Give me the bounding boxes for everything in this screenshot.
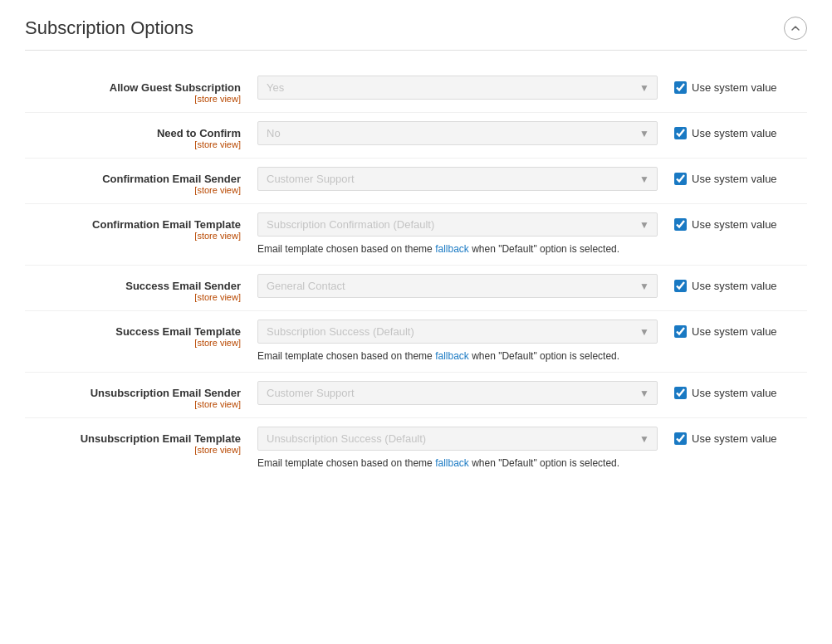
field-label-unsubscription_email_sender: Unsubscription Email Sender[store view] [25,381,257,409]
field-label-scope-unsubscription_email_template: [store view] [25,445,241,455]
use-system-checkbox-confirmation_email_sender[interactable] [674,173,687,185]
field-label-need_to_confirm: Need to Confirm[store view] [25,121,257,149]
form-row: Confirmation Email Template[store view]S… [25,204,807,266]
field-label-main-unsubscription_email_template: Unsubscription Email Template [25,432,241,445]
field-control-success_email_sender: General Contact▼ [257,274,674,298]
field-label-success_email_sender: Success Email Sender[store view] [25,274,257,302]
field-label-main-confirmation_email_template: Confirmation Email Template [25,218,241,231]
use-system-checkbox-unsubscription_email_template[interactable] [674,432,687,445]
field-label-main-success_email_sender: Success Email Sender [25,280,241,292]
select-wrapper-confirmation_email_sender: Customer Support▼ [257,167,658,191]
field-label-main-success_email_template: Success Email Template [25,325,241,338]
field-control-confirmation_email_template: Subscription Confirmation (Default)▼Emai… [257,212,674,256]
hint-link-success_email_template: fallback [435,350,469,362]
form-row: Need to Confirm[store view]No▼Use system… [25,113,807,159]
form-table: Allow Guest Subscription[store view]Yes▼… [25,67,807,479]
use-system-checkbox-confirmation_email_template[interactable] [674,218,687,231]
use-system-value-need_to_confirm: Use system value [674,121,807,139]
select-need_to_confirm[interactable]: No [257,121,658,145]
field-label-main-need_to_confirm: Need to Confirm [25,127,241,139]
field-label-scope-need_to_confirm: [store view] [25,139,241,149]
use-system-value-unsubscription_email_template: Use system value [674,427,807,445]
field-label-scope-success_email_sender: [store view] [25,292,241,302]
field-control-allow_guest_subscription: Yes▼ [257,76,674,100]
field-label-allow_guest_subscription: Allow Guest Subscription[store view] [25,76,257,104]
use-system-checkbox-need_to_confirm[interactable] [674,127,687,139]
select-wrapper-success_email_template: Subscription Success (Default)▼ [257,320,658,344]
use-system-label-success_email_sender[interactable]: Use system value [692,280,777,292]
page-title: Subscription Options [25,17,193,39]
select-allow_guest_subscription[interactable]: Yes [257,76,658,100]
form-row: Allow Guest Subscription[store view]Yes▼… [25,67,807,113]
select-wrapper-confirmation_email_template: Subscription Confirmation (Default)▼ [257,212,658,237]
field-control-unsubscription_email_sender: Customer Support▼ [257,381,674,405]
select-wrapper-unsubscription_email_template: Unsubscription Success (Default)▼ [257,427,658,451]
select-wrapper-allow_guest_subscription: Yes▼ [257,76,658,100]
field-label-main-unsubscription_email_sender: Unsubscription Email Sender [25,387,241,399]
page-wrapper: Subscription Options Allow Guest Subscri… [0,0,832,495]
select-wrapper-success_email_sender: General Contact▼ [257,274,658,298]
select-unsubscription_email_template[interactable]: Unsubscription Success (Default) [257,427,658,451]
field-label-scope-confirmation_email_template: [store view] [25,231,241,241]
use-system-value-success_email_sender: Use system value [674,274,807,292]
use-system-label-confirmation_email_template[interactable]: Use system value [692,218,777,231]
select-wrapper-need_to_confirm: No▼ [257,121,658,145]
use-system-value-success_email_template: Use system value [674,320,807,338]
use-system-value-unsubscription_email_sender: Use system value [674,381,807,399]
field-label-main-allow_guest_subscription: Allow Guest Subscription [25,81,241,94]
form-row: Unsubscription Email Template[store view… [25,418,807,479]
form-row: Success Email Sender[store view]General … [25,266,807,311]
hint-link-unsubscription_email_template: fallback [435,457,469,469]
select-success_email_sender[interactable]: General Contact [257,274,658,298]
field-label-scope-allow_guest_subscription: [store view] [25,94,241,104]
select-success_email_template[interactable]: Subscription Success (Default) [257,320,658,344]
select-confirmation_email_sender[interactable]: Customer Support [257,167,658,191]
field-hint-confirmation_email_template: Email template chosen based on theme fal… [257,242,658,256]
collapse-button[interactable] [784,17,807,40]
use-system-label-unsubscription_email_sender[interactable]: Use system value [692,387,777,399]
use-system-checkbox-success_email_template[interactable] [674,325,687,338]
form-row: Success Email Template[store view]Subscr… [25,311,807,373]
use-system-label-allow_guest_subscription[interactable]: Use system value [692,81,777,94]
use-system-checkbox-allow_guest_subscription[interactable] [674,81,687,94]
use-system-label-confirmation_email_sender[interactable]: Use system value [692,173,777,185]
field-label-scope-unsubscription_email_sender: [store view] [25,399,241,409]
use-system-label-success_email_template[interactable]: Use system value [692,325,777,338]
field-hint-success_email_template: Email template chosen based on theme fal… [257,349,658,363]
use-system-value-allow_guest_subscription: Use system value [674,76,807,94]
field-control-confirmation_email_sender: Customer Support▼ [257,167,674,191]
field-label-success_email_template: Success Email Template[store view] [25,320,257,348]
field-label-scope-success_email_template: [store view] [25,338,241,348]
field-label-confirmation_email_sender: Confirmation Email Sender[store view] [25,167,257,195]
select-unsubscription_email_sender[interactable]: Customer Support [257,381,658,405]
select-confirmation_email_template[interactable]: Subscription Confirmation (Default) [257,212,658,237]
field-control-need_to_confirm: No▼ [257,121,674,145]
field-label-scope-confirmation_email_sender: [store view] [25,185,241,195]
use-system-label-need_to_confirm[interactable]: Use system value [692,127,777,139]
section-header: Subscription Options [25,17,807,51]
use-system-value-confirmation_email_template: Use system value [674,212,807,231]
use-system-label-unsubscription_email_template[interactable]: Use system value [692,432,777,445]
form-row: Unsubscription Email Sender[store view]C… [25,373,807,418]
form-row: Confirmation Email Sender[store view]Cus… [25,159,807,204]
field-hint-unsubscription_email_template: Email template chosen based on theme fal… [257,456,658,471]
field-control-success_email_template: Subscription Success (Default)▼Email tem… [257,320,674,363]
use-system-checkbox-success_email_sender[interactable] [674,280,687,292]
use-system-value-confirmation_email_sender: Use system value [674,167,807,185]
field-label-main-confirmation_email_sender: Confirmation Email Sender [25,173,241,185]
field-label-unsubscription_email_template: Unsubscription Email Template[store view… [25,427,257,455]
hint-link-confirmation_email_template: fallback [435,243,469,255]
select-wrapper-unsubscription_email_sender: Customer Support▼ [257,381,658,405]
use-system-checkbox-unsubscription_email_sender[interactable] [674,387,687,399]
field-label-confirmation_email_template: Confirmation Email Template[store view] [25,212,257,241]
field-control-unsubscription_email_template: Unsubscription Success (Default)▼Email t… [257,427,674,471]
